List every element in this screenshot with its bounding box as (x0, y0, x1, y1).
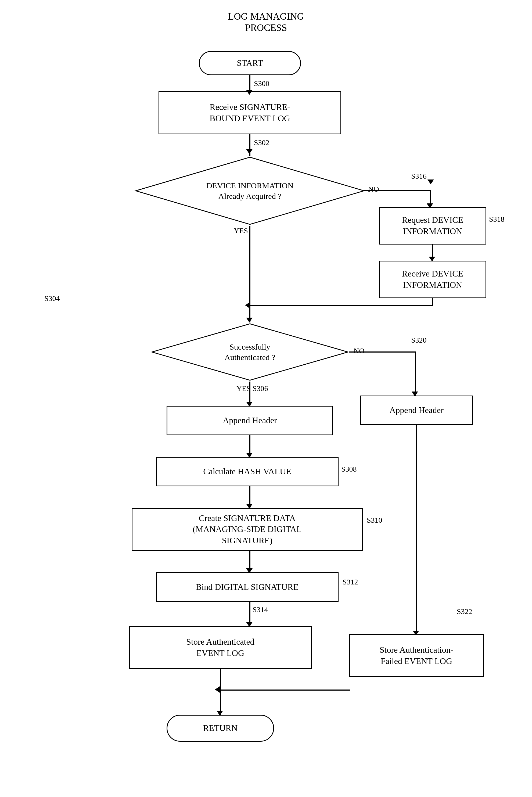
receive-device-node: Receive DEVICEINFORMATION (379, 261, 486, 298)
s322-label: S322 (457, 607, 472, 616)
bind-sig-node: Bind DIGITAL SIGNATURE (156, 572, 339, 602)
s312-label: S312 (343, 578, 358, 586)
store-auth-node: Store AuthenticatedEVENT LOG (129, 626, 312, 669)
s300-label: S300 (254, 79, 269, 88)
no2-label: NO (354, 347, 364, 355)
s310-label: S310 (367, 516, 382, 525)
start-node: START (199, 51, 301, 75)
s308-label: S308 (341, 465, 357, 473)
calc-hash-node: Calculate HASH VALUE (156, 457, 339, 486)
s304-label: S304 (44, 294, 60, 303)
receive-sig-node: Receive SIGNATURE-BOUND EVENT LOG (158, 91, 341, 134)
diagram-title: LOG MANAGING PROCESS (202, 11, 330, 33)
no1-label: NO (368, 185, 379, 193)
s306-label: S306 (252, 384, 268, 393)
append-header-yes-node: Append Header (167, 406, 333, 435)
device-info-diamond: DEVICE INFORMATIONAlready Acquired ? (134, 156, 365, 226)
yes1-label: YES (234, 227, 248, 235)
s316-label: S316 (411, 172, 427, 181)
flowchart-diagram: LOG MANAGING PROCESS START S300 Receive … (0, 0, 532, 797)
request-device-node: Request DEVICEINFORMATION (379, 207, 486, 245)
s318-label: S318 (489, 215, 505, 224)
store-fail-node: Store Authentication-Failed EVENT LOG (349, 634, 483, 677)
yes2-label: YES (236, 384, 251, 393)
auth-diamond: SuccessfullyAuthenticated ? (150, 322, 349, 382)
s314-label: S314 (252, 605, 268, 614)
s302-label: S302 (254, 138, 269, 147)
s320-label: S320 (411, 336, 427, 344)
return-node: RETURN (167, 715, 274, 742)
append-header-no-node: Append Header (360, 396, 473, 425)
create-sig-node: Create SIGNATURE DATA(MANAGING-SIDE DIGI… (132, 508, 363, 551)
